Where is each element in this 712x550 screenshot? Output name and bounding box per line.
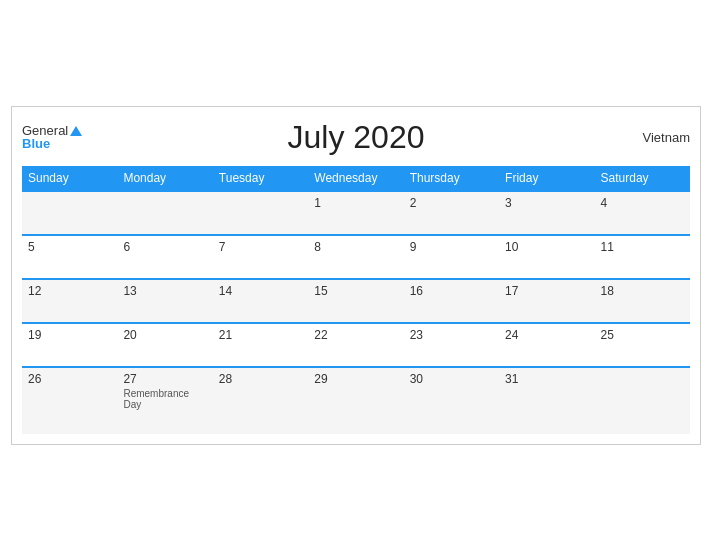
calendar-week-row: 567891011 xyxy=(22,235,690,279)
calendar-week-row: 12131415161718 xyxy=(22,279,690,323)
calendar-body: 1234567891011121314151617181920212223242… xyxy=(22,191,690,434)
calendar-cell: 20 xyxy=(117,323,212,367)
calendar-container: General Blue July 2020 Vietnam SundayMon… xyxy=(11,106,701,445)
calendar-cell: 2 xyxy=(404,191,499,235)
day-number: 16 xyxy=(410,284,493,298)
day-number: 18 xyxy=(601,284,684,298)
day-number: 28 xyxy=(219,372,302,386)
calendar-cell: 3 xyxy=(499,191,594,235)
weekday-header-row: SundayMondayTuesdayWednesdayThursdayFrid… xyxy=(22,166,690,191)
calendar-cell: 29 xyxy=(308,367,403,434)
logo-blue-text: Blue xyxy=(22,137,82,150)
day-number: 23 xyxy=(410,328,493,342)
calendar-cell: 15 xyxy=(308,279,403,323)
calendar-cell: 24 xyxy=(499,323,594,367)
calendar-cell: 7 xyxy=(213,235,308,279)
day-number: 21 xyxy=(219,328,302,342)
weekday-header: Thursday xyxy=(404,166,499,191)
country-label: Vietnam xyxy=(643,130,690,145)
calendar-cell: 19 xyxy=(22,323,117,367)
calendar-cell: 21 xyxy=(213,323,308,367)
calendar-week-row: 2627Remembrance Day28293031 xyxy=(22,367,690,434)
calendar-cell: 6 xyxy=(117,235,212,279)
logo-triangle-icon xyxy=(70,126,82,136)
calendar-cell: 16 xyxy=(404,279,499,323)
weekday-header: Sunday xyxy=(22,166,117,191)
calendar-cell xyxy=(595,367,690,434)
calendar-header: General Blue July 2020 Vietnam xyxy=(22,119,690,156)
day-number: 26 xyxy=(28,372,111,386)
day-number: 15 xyxy=(314,284,397,298)
calendar-grid: SundayMondayTuesdayWednesdayThursdayFrid… xyxy=(22,166,690,434)
calendar-cell: 5 xyxy=(22,235,117,279)
day-number: 12 xyxy=(28,284,111,298)
day-number: 5 xyxy=(28,240,111,254)
calendar-cell: 27Remembrance Day xyxy=(117,367,212,434)
day-number: 8 xyxy=(314,240,397,254)
calendar-cell xyxy=(213,191,308,235)
calendar-title: July 2020 xyxy=(288,119,425,156)
day-number: 7 xyxy=(219,240,302,254)
calendar-cell: 9 xyxy=(404,235,499,279)
day-number: 13 xyxy=(123,284,206,298)
calendar-cell: 12 xyxy=(22,279,117,323)
event-label: Remembrance Day xyxy=(123,388,206,410)
weekday-header: Wednesday xyxy=(308,166,403,191)
calendar-cell: 13 xyxy=(117,279,212,323)
day-number: 31 xyxy=(505,372,588,386)
day-number: 17 xyxy=(505,284,588,298)
calendar-week-row: 19202122232425 xyxy=(22,323,690,367)
calendar-cell xyxy=(22,191,117,235)
day-number: 9 xyxy=(410,240,493,254)
calendar-cell xyxy=(117,191,212,235)
day-number: 19 xyxy=(28,328,111,342)
day-number: 30 xyxy=(410,372,493,386)
calendar-cell: 26 xyxy=(22,367,117,434)
weekday-header: Friday xyxy=(499,166,594,191)
calendar-cell: 23 xyxy=(404,323,499,367)
day-number: 10 xyxy=(505,240,588,254)
day-number: 29 xyxy=(314,372,397,386)
day-number: 24 xyxy=(505,328,588,342)
weekday-header: Monday xyxy=(117,166,212,191)
calendar-cell: 17 xyxy=(499,279,594,323)
calendar-cell: 11 xyxy=(595,235,690,279)
day-number: 6 xyxy=(123,240,206,254)
calendar-cell: 14 xyxy=(213,279,308,323)
day-number: 1 xyxy=(314,196,397,210)
day-number: 25 xyxy=(601,328,684,342)
calendar-week-row: 1234 xyxy=(22,191,690,235)
calendar-cell: 28 xyxy=(213,367,308,434)
day-number: 11 xyxy=(601,240,684,254)
calendar-cell: 4 xyxy=(595,191,690,235)
day-number: 3 xyxy=(505,196,588,210)
day-number: 20 xyxy=(123,328,206,342)
weekday-header: Saturday xyxy=(595,166,690,191)
day-number: 14 xyxy=(219,284,302,298)
calendar-cell: 25 xyxy=(595,323,690,367)
day-number: 27 xyxy=(123,372,206,386)
calendar-cell: 31 xyxy=(499,367,594,434)
calendar-cell: 30 xyxy=(404,367,499,434)
calendar-cell: 22 xyxy=(308,323,403,367)
day-number: 4 xyxy=(601,196,684,210)
calendar-cell: 1 xyxy=(308,191,403,235)
logo: General Blue xyxy=(22,124,82,150)
calendar-thead: SundayMondayTuesdayWednesdayThursdayFrid… xyxy=(22,166,690,191)
day-number: 22 xyxy=(314,328,397,342)
day-number: 2 xyxy=(410,196,493,210)
calendar-cell: 18 xyxy=(595,279,690,323)
weekday-header: Tuesday xyxy=(213,166,308,191)
calendar-cell: 10 xyxy=(499,235,594,279)
calendar-cell: 8 xyxy=(308,235,403,279)
